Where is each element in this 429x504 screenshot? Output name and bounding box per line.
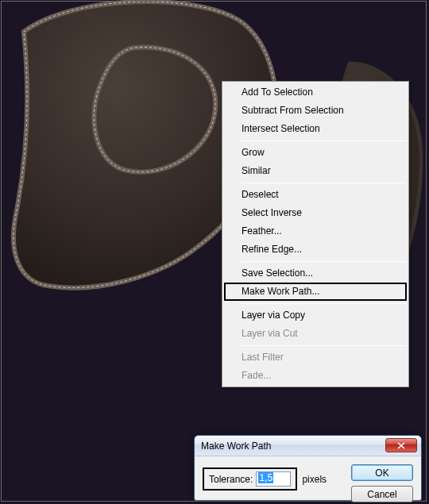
menu-subtract-from-selection[interactable]: Subtract From Selection (224, 102, 407, 120)
menu-feather[interactable]: Feather... (224, 222, 407, 240)
menu-grow[interactable]: Grow (224, 144, 407, 162)
tolerance-group: Tolerance: 1,5 (203, 467, 297, 491)
menu-layer-via-copy[interactable]: Layer via Copy (224, 306, 407, 325)
dialog-title: Make Work Path (201, 441, 271, 452)
menu-save-selection[interactable]: Save Selection... (224, 264, 407, 283)
tolerance-input[interactable]: 1,5 (256, 471, 291, 487)
menu-make-work-path[interactable]: Make Work Path... (224, 283, 407, 301)
menu-add-to-selection[interactable]: Add To Selection (224, 83, 407, 102)
menu-separator (242, 183, 406, 183)
selection-context-menu: Add To Selection Subtract From Selection… (222, 81, 409, 387)
cancel-button[interactable]: Cancel (351, 486, 413, 502)
menu-separator (242, 261, 406, 262)
tolerance-unit: pixels (302, 474, 327, 485)
menu-layer-via-cut: Layer via Cut (224, 325, 407, 343)
ok-button[interactable]: OK (351, 464, 413, 481)
menu-similar[interactable]: Similar (224, 162, 407, 180)
menu-separator (242, 140, 406, 141)
dialog-close-button[interactable] (385, 438, 417, 452)
menu-intersect-selection[interactable]: Intersect Selection (224, 120, 407, 138)
dialog-titlebar[interactable]: Make Work Path (195, 436, 421, 456)
make-work-path-dialog: Make Work Path Tolerance: 1,5 pixels OK … (194, 435, 422, 501)
close-icon (397, 442, 405, 449)
menu-last-filter: Last Filter (224, 348, 407, 367)
tolerance-label: Tolerance: (209, 474, 253, 485)
menu-separator (242, 303, 406, 304)
menu-fade: Fade... (224, 367, 407, 385)
menu-select-inverse[interactable]: Select Inverse (224, 204, 407, 222)
menu-refine-edge[interactable]: Refine Edge... (224, 240, 407, 259)
menu-deselect[interactable]: Deselect (224, 186, 407, 204)
menu-separator (242, 345, 406, 346)
